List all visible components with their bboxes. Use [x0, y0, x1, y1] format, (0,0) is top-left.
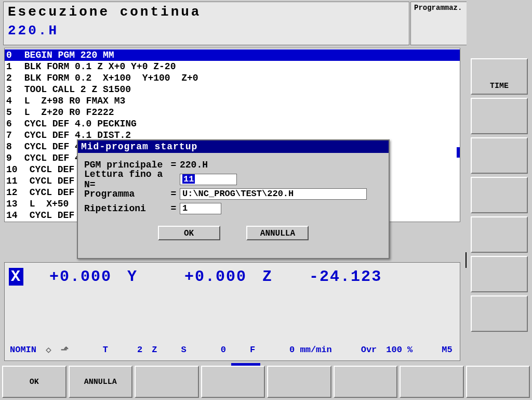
label-lettura-n: Lettura fino a N= — [84, 169, 167, 190]
softkey-4[interactable] — [201, 366, 265, 398]
dialog-cancel-button[interactable]: ANNULLA — [246, 226, 309, 240]
right-softkey-panel: TIME — [467, 0, 532, 364]
right-softkey-5[interactable] — [471, 216, 528, 253]
scrollbar-thumb[interactable] — [457, 147, 460, 158]
label-pgm-principale: PGM principale — [84, 160, 167, 170]
m-code: M5 — [442, 345, 452, 355]
softkey-6[interactable] — [334, 366, 398, 398]
axis-x-label: X — [9, 268, 23, 286]
input-programma[interactable]: U:\NC_PROG\TEST\220.H — [180, 188, 367, 200]
code-line[interactable]: 0 BEGIN PGM 220 MM — [5, 49, 460, 61]
coord-icon: ⬏ — [61, 344, 69, 355]
code-line[interactable]: 4 L Z+98 R0 FMAX M3 — [5, 95, 460, 107]
nomin-label: NOMIN — [10, 345, 36, 355]
tool-label: T — [103, 345, 108, 355]
softkey-2[interactable]: ANNULLA — [69, 366, 133, 398]
feed-value: 0 mm/min — [289, 345, 332, 355]
axis-z-label: Z — [262, 268, 273, 286]
code-line[interactable]: 1 BLK FORM 0.1 Z X+0 Y+0 Z-20 — [5, 61, 460, 72]
mode-title: Esecuzione continua — [8, 4, 405, 20]
right-softkey-6[interactable] — [471, 256, 528, 292]
label-programma: Programma — [84, 189, 167, 199]
right-softkey-4[interactable] — [471, 177, 528, 213]
softkey-1[interactable]: OK — [2, 366, 66, 398]
mid-program-startup-dialog: Mid-program startup PGM principale = 220… — [77, 139, 390, 259]
spindle-value: 0 — [221, 345, 226, 355]
right-softkey-7[interactable] — [471, 295, 528, 332]
code-line[interactable]: 3 TOOL CALL 2 Z S1500 — [5, 84, 460, 95]
override-value: 100 % — [386, 345, 413, 355]
tool-value: 2 — [137, 345, 142, 355]
datum-icon: ◇ — [46, 344, 51, 355]
dialog-title: Mid-program startup — [78, 140, 389, 153]
input-lettura-n[interactable]: 11 — [180, 174, 237, 185]
axis-y-value: +0.000 — [184, 268, 247, 286]
right-softkey-2[interactable] — [471, 98, 528, 134]
tool-axis: Z — [152, 345, 157, 355]
info-row: NOMIN ◇ ⬏ T 2 Z S 0 F 0 mm/min Ovr 100 %… — [5, 344, 460, 355]
override-label: Ovr — [361, 345, 377, 355]
code-line[interactable]: 6 CYCL DEF 4.0 PECKING — [5, 118, 460, 130]
axis-z-value: -24.123 — [309, 268, 382, 286]
dialog-ok-button[interactable]: OK — [158, 226, 220, 240]
feed-label: F — [250, 345, 255, 355]
value-pgm-principale: 220.H — [180, 160, 208, 170]
status-panel: X +0.000 Y +0.000 Z -24.123 NOMIN ◇ ⬏ T … — [4, 262, 460, 361]
axis-y-label: Y — [127, 268, 138, 286]
softkey-bar: OK ANNULLA — [2, 366, 530, 398]
axis-x-value: +0.000 — [49, 268, 112, 286]
softkey-3[interactable] — [135, 366, 199, 398]
spindle-label: S — [181, 345, 186, 355]
input-ripetizioni[interactable]: 1 — [180, 203, 221, 214]
header: Esecuzione continua 220.H — [3, 2, 409, 45]
softkey-5[interactable] — [267, 366, 331, 398]
coordinate-row: X +0.000 Y +0.000 Z -24.123 — [5, 263, 460, 286]
label-ripetizioni: Ripetizioni — [84, 203, 167, 214]
secondary-mode-label: Programmaz. — [414, 4, 462, 12]
right-softkey-1[interactable]: TIME — [471, 58, 528, 95]
code-line[interactable]: 2 BLK FORM 0.2 X+100 Y+100 Z+0 — [5, 72, 460, 84]
softkey-8[interactable] — [466, 366, 530, 398]
right-softkey-3[interactable] — [471, 137, 528, 174]
softkey-7[interactable] — [400, 366, 464, 398]
code-line[interactable]: 5 L Z+20 R0 F2222 — [5, 107, 460, 118]
program-filename: 220.H — [8, 23, 405, 38]
